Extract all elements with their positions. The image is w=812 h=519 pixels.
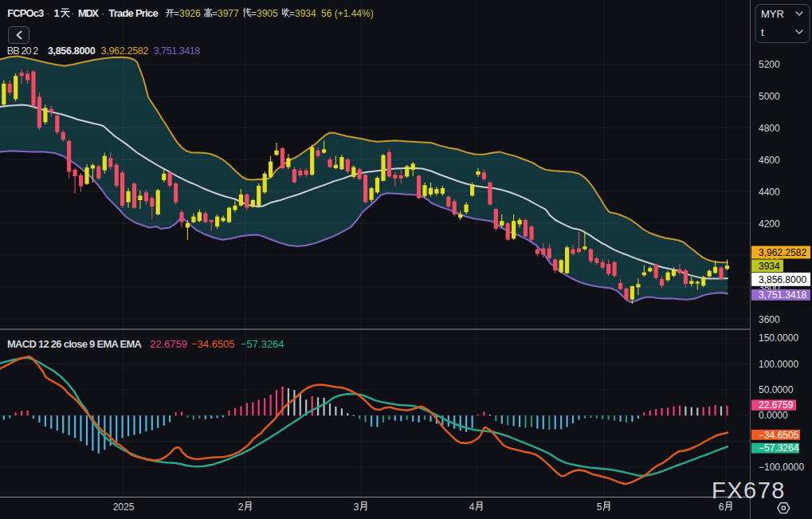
svg-text:=3926: =3926 xyxy=(174,8,201,19)
svg-text:−34.6505: −34.6505 xyxy=(759,430,799,441)
svg-text:2025: 2025 xyxy=(113,501,135,513)
svg-text:3,751.3418: 3,751.3418 xyxy=(154,45,201,57)
svg-text:3934: 3934 xyxy=(759,261,780,272)
svg-text:4400: 4400 xyxy=(759,187,780,198)
svg-text:·: · xyxy=(71,7,74,19)
svg-text:5200: 5200 xyxy=(759,59,780,70)
svg-text:−57.3264: −57.3264 xyxy=(241,338,284,350)
svg-text:150.0000: 150.0000 xyxy=(759,332,798,344)
svg-text:4: 4 xyxy=(469,501,475,513)
svg-text:0.0000: 0.0000 xyxy=(759,410,788,421)
svg-text:=3977: =3977 xyxy=(212,8,239,19)
svg-text:3,751.3418: 3,751.3418 xyxy=(759,289,806,301)
svg-text:MYR: MYR xyxy=(761,8,784,20)
svg-text:3,856.8000: 3,856.8000 xyxy=(48,45,96,57)
svg-text:2: 2 xyxy=(238,501,244,513)
svg-text:Trade Price: Trade Price xyxy=(108,7,159,19)
svg-text:MDX: MDX xyxy=(78,7,99,19)
svg-text:FCPOc3: FCPOc3 xyxy=(7,7,44,19)
svg-text:3,856.8000: 3,856.8000 xyxy=(759,274,806,285)
svg-text:3,962.2582: 3,962.2582 xyxy=(101,45,149,57)
svg-text:5: 5 xyxy=(597,501,602,513)
svg-text:5000: 5000 xyxy=(759,91,780,102)
svg-text:22.6759: 22.6759 xyxy=(759,399,794,411)
svg-text:=3905: =3905 xyxy=(251,8,278,19)
svg-text:3600: 3600 xyxy=(759,314,780,325)
svg-text:22.6759: 22.6759 xyxy=(150,338,187,350)
svg-text:MACD 12 26 close 9 EMA EMA: MACD 12 26 close 9 EMA EMA xyxy=(7,338,143,350)
svg-text:56 (+1.44%): 56 (+1.44%) xyxy=(321,8,374,19)
svg-text:50.0000: 50.0000 xyxy=(759,384,794,395)
svg-text:t: t xyxy=(761,26,764,38)
svg-text:BB 20 2: BB 20 2 xyxy=(7,45,39,57)
svg-text:3,962.2582: 3,962.2582 xyxy=(759,247,806,258)
svg-text:=3934: =3934 xyxy=(289,8,316,19)
svg-text:−34.6505: −34.6505 xyxy=(191,338,235,350)
svg-text:−57.3264: −57.3264 xyxy=(759,442,799,454)
svg-text:1: 1 xyxy=(54,7,60,19)
svg-text:100.0000: 100.0000 xyxy=(759,359,798,370)
svg-text:4200: 4200 xyxy=(759,218,780,230)
svg-text:4600: 4600 xyxy=(759,155,780,166)
svg-text:4800: 4800 xyxy=(759,123,780,134)
svg-text:−100.0000: −100.0000 xyxy=(759,462,804,473)
svg-text:6: 6 xyxy=(719,501,724,513)
svg-text:FX678: FX678 xyxy=(712,478,786,503)
svg-text:·: · xyxy=(46,7,49,19)
svg-text:3: 3 xyxy=(354,501,359,513)
svg-text:·: · xyxy=(101,7,104,19)
